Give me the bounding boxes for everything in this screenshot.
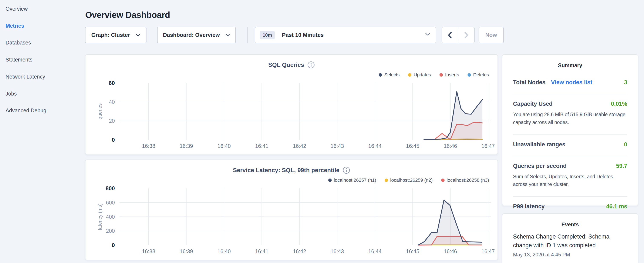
chevron-down-icon <box>136 34 140 37</box>
app-root: OverviewMetricsDatabasesStatementsNetwor… <box>0 0 644 263</box>
legend-label: localhost:26259 (n2) <box>390 177 432 183</box>
svg-text:16:46: 16:46 <box>444 143 457 149</box>
chart-title-text: SQL Queries <box>268 62 304 68</box>
time-prev-button[interactable] <box>442 27 458 43</box>
view-nodes-list-link[interactable]: View nodes list <box>551 79 592 86</box>
legend-dot-icon <box>441 178 444 182</box>
summary-row-label: Capacity Used <box>513 101 552 107</box>
time-next-button[interactable] <box>458 27 474 43</box>
legend-label: Selects <box>384 72 400 78</box>
svg-text:400: 400 <box>106 214 115 220</box>
chart-title: SQL Queries <box>86 61 498 69</box>
legend-item: Selects <box>379 72 400 78</box>
svg-text:16:42: 16:42 <box>293 248 306 254</box>
svg-text:16:44: 16:44 <box>368 248 382 254</box>
page-title: Overview Dashboard <box>85 10 170 20</box>
legend-dot-icon <box>379 73 382 77</box>
legend-label: Updates <box>414 72 431 78</box>
sidebar-item-overview[interactable]: Overview <box>6 5 28 12</box>
sql-queries-chart-card: SQL Queries SelectsUpdatesInsertsDeletes… <box>85 54 498 155</box>
now-button[interactable]: Now <box>478 27 504 43</box>
summary-row-value: 59.7 <box>616 163 627 169</box>
legend-dot-icon <box>408 73 412 77</box>
time-window-selector[interactable]: 10m Past 10 Minutes <box>255 27 436 43</box>
chevron-left-icon <box>448 32 452 39</box>
svg-text:40: 40 <box>109 99 115 105</box>
info-icon[interactable] <box>342 166 350 174</box>
legend-label: Deletes <box>473 72 489 78</box>
summary-row-value: 0 <box>624 141 627 148</box>
summary-row-value: 0.01% <box>611 101 627 107</box>
svg-text:16:45: 16:45 <box>406 248 420 254</box>
legend-label: Inserts <box>445 72 459 78</box>
svg-text:16:41: 16:41 <box>255 143 268 149</box>
time-window-badge: 10m <box>260 31 275 39</box>
summary-row-label: Queries per second <box>513 163 566 169</box>
legend-item: Updates <box>408 72 431 78</box>
svg-text:16:40: 16:40 <box>218 248 231 254</box>
legend-dot-icon <box>440 73 443 77</box>
svg-text:16:43: 16:43 <box>330 248 344 254</box>
svg-text:16:44: 16:44 <box>368 143 382 149</box>
summary-row: Unavailable ranges0 <box>513 135 627 156</box>
chart-legend: localhost:26257 (n1)localhost:26259 (n2)… <box>328 177 489 183</box>
sidebar-item-metrics[interactable]: Metrics <box>6 22 24 29</box>
sidebar-item-jobs[interactable]: Jobs <box>6 90 17 97</box>
sidebar: OverviewMetricsDatabasesStatementsNetwor… <box>0 0 85 263</box>
events-rows: Schema Change Completed: Schema change w… <box>513 232 627 258</box>
events-title: Events <box>502 221 638 228</box>
sidebar-item-databases[interactable]: Databases <box>6 39 31 46</box>
chart-plot-area[interactable]: 16:3816:3916:4016:4116:4216:4316:4416:45… <box>98 185 498 258</box>
svg-text:16:38: 16:38 <box>142 248 156 254</box>
legend-item: localhost:26257 (n1) <box>328 177 376 183</box>
dashboard-selector-label: Dashboard: Overview <box>163 32 220 38</box>
chart-title: Service Latency: SQL, 99th percentile <box>86 166 498 174</box>
svg-text:16:39: 16:39 <box>180 143 193 149</box>
svg-text:20: 20 <box>109 118 115 124</box>
legend-item: Inserts <box>440 72 459 78</box>
event-message: Schema Change Completed: Schema change w… <box>513 232 627 249</box>
svg-text:16:46: 16:46 <box>444 248 457 254</box>
svg-text:800: 800 <box>106 185 115 191</box>
summary-row: Queries per second59.7Sum of Selects, Up… <box>513 156 627 197</box>
summary-row-description: Sum of Selects, Updates, Inserts, and De… <box>513 173 627 188</box>
svg-text:200: 200 <box>106 228 115 234</box>
svg-text:16:39: 16:39 <box>180 248 193 254</box>
summary-row-label: Unavailable ranges <box>513 141 565 148</box>
svg-text:16:42: 16:42 <box>293 143 306 149</box>
svg-text:16:38: 16:38 <box>142 143 156 149</box>
chevron-down-icon <box>225 34 230 37</box>
legend-item: Deletes <box>468 72 489 78</box>
legend-dot-icon <box>384 178 388 182</box>
svg-text:0: 0 <box>112 242 115 248</box>
svg-text:16:47: 16:47 <box>481 143 495 149</box>
chart-plot-area[interactable]: 16:3816:3916:4016:4116:4216:4316:4416:45… <box>98 80 498 153</box>
summary-title: Summary <box>502 62 638 69</box>
summary-row-description: You are using 28.6 MiB of 515.9 GiB usab… <box>513 111 627 126</box>
legend-item: localhost:26258 (n3) <box>441 177 489 183</box>
svg-text:600: 600 <box>106 200 115 205</box>
info-icon[interactable] <box>307 61 315 69</box>
time-window-label: Past 10 Minutes <box>282 32 324 38</box>
legend-item: localhost:26259 (n2) <box>384 177 432 183</box>
service-latency-chart-card: Service Latency: SQL, 99th percentile lo… <box>85 160 498 260</box>
chart-title-text: Service Latency: SQL, 99th percentile <box>233 167 339 173</box>
sidebar-item-statements[interactable]: Statements <box>6 56 32 63</box>
svg-text:latency (ms): latency (ms) <box>98 203 103 230</box>
time-step-group <box>442 27 474 43</box>
svg-text:16:47: 16:47 <box>481 248 495 254</box>
svg-text:60: 60 <box>109 80 115 86</box>
summary-row-value: 3 <box>624 79 627 86</box>
chart-legend: SelectsUpdatesInsertsDeletes <box>379 72 489 78</box>
graph-selector-dropdown[interactable]: Graph: Cluster <box>85 27 146 43</box>
summary-panel: Summary Total NodesView nodes list3Capac… <box>502 54 638 206</box>
chevron-right-icon <box>464 32 468 39</box>
sidebar-item-network-latency[interactable]: Network Latency <box>6 73 45 80</box>
dashboard-selector-dropdown[interactable]: Dashboard: Overview <box>157 27 236 43</box>
event-list-item[interactable]: Schema Change Completed: Schema change w… <box>513 232 627 258</box>
legend-dot-icon <box>468 73 471 77</box>
svg-text:16:41: 16:41 <box>255 248 268 254</box>
graph-selector-label: Graph: Cluster <box>91 32 130 38</box>
events-panel: Events Schema Change Completed: Schema c… <box>502 213 638 263</box>
sidebar-item-advanced-debug[interactable]: Advanced Debug <box>6 107 46 114</box>
